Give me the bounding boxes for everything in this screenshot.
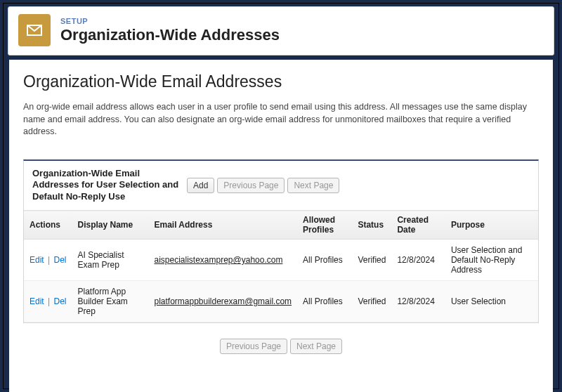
edit-link[interactable]: Edit: [30, 255, 44, 265]
cell-created: 12/8/2024: [391, 281, 445, 322]
previous-page-button[interactable]: Previous Page: [217, 178, 285, 193]
edit-link[interactable]: Edit: [30, 296, 44, 306]
col-status: Status: [352, 211, 391, 240]
col-email: Email Address: [148, 211, 297, 240]
cell-display-name: Platform App Builder Exam Prep: [72, 281, 149, 322]
next-page-button-bottom[interactable]: Next Page: [290, 339, 342, 354]
email-link[interactable]: platformappbuilderexam@gmail.com: [154, 296, 292, 306]
col-display-name: Display Name: [72, 211, 149, 240]
col-allowed: Allowed Profiles: [297, 211, 352, 240]
cell-created: 12/8/2024: [391, 240, 445, 281]
main-card: Organization-Wide Email Addresses An org…: [9, 60, 553, 392]
cell-status: Verified: [352, 240, 391, 281]
col-actions: Actions: [24, 211, 72, 240]
cell-status: Verified: [352, 281, 391, 322]
address-list-block: Organization-Wide Email Addresses for Us…: [23, 159, 539, 324]
cell-purpose: User Selection: [445, 281, 538, 322]
del-link[interactable]: Del: [53, 255, 66, 265]
cell-display-name: AI Specialist Exam Prep: [72, 240, 149, 281]
list-block-title: Organization-Wide Email Addresses for Us…: [32, 168, 187, 204]
previous-page-button-bottom[interactable]: Previous Page: [220, 339, 287, 354]
header-eyebrow: SETUP: [60, 17, 280, 25]
mail-icon: [18, 14, 51, 46]
cell-allowed: All Profiles: [297, 240, 352, 281]
help-text: An org-wide email address allows each us…: [23, 101, 539, 138]
cell-purpose: User Selection and Default No-Reply Addr…: [445, 240, 538, 281]
col-created: Created Date: [391, 211, 445, 240]
table-row: Edit | DelAI Specialist Exam Prepaispeci…: [24, 240, 538, 281]
col-purpose: Purpose: [445, 211, 538, 240]
table-row: Edit | DelPlatform App Builder Exam Prep…: [24, 281, 538, 322]
cell-allowed: All Profiles: [297, 281, 352, 322]
del-link[interactable]: Del: [53, 296, 66, 306]
email-link[interactable]: aispecialistexamprep@yahoo.com: [154, 255, 282, 265]
add-button[interactable]: Add: [187, 178, 214, 193]
address-table: Actions Display Name Email Address Allow…: [24, 210, 538, 322]
next-page-button[interactable]: Next Page: [287, 178, 339, 193]
setup-header: SETUP Organization-Wide Addresses: [8, 6, 554, 55]
header-title: Organization-Wide Addresses: [60, 26, 280, 44]
page-title: Organization-Wide Email Addresses: [23, 72, 539, 91]
